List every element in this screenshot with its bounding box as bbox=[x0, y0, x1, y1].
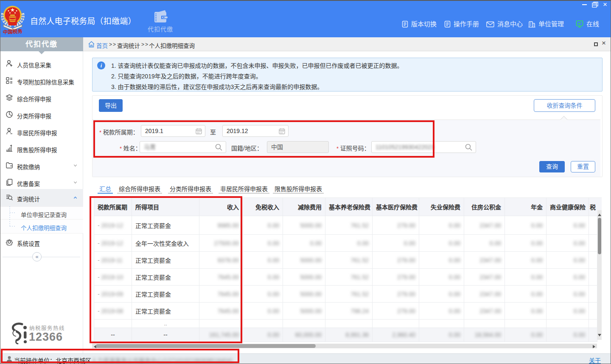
svg-text:中国税务: 中国税务 bbox=[3, 28, 22, 35]
